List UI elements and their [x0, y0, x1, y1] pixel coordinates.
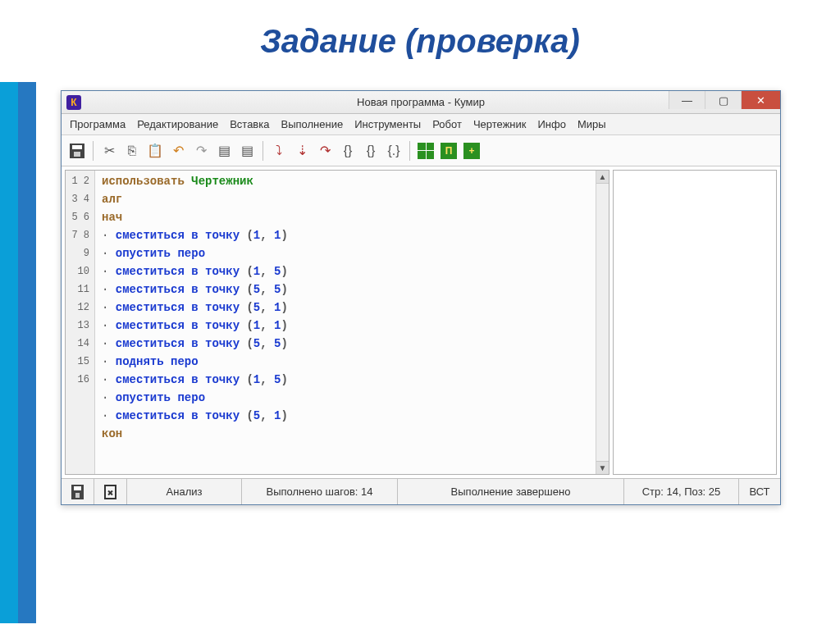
window-controls: — ▢ ✕	[669, 91, 780, 109]
titlebar: К Новая программа - Кумир — ▢ ✕	[62, 91, 780, 114]
app-window: К Новая программа - Кумир — ▢ ✕ Программ…	[61, 90, 781, 505]
pi-block-icon[interactable]: П	[438, 140, 459, 162]
status-steps: Выполнено шагов: 14	[242, 479, 398, 504]
side-panel	[613, 170, 777, 475]
main-area: 1 2 3 4 5 6 7 8 9 10 11 12 13 14 15 16 и…	[62, 166, 780, 478]
doc1-icon[interactable]: ▤	[213, 140, 235, 162]
code-content[interactable]: использовать Чертежник алг нач · сместит…	[95, 171, 609, 474]
menu-tools[interactable]: Инструменты	[351, 116, 424, 132]
redo-icon[interactable]: ↷	[190, 140, 212, 162]
menu-edit[interactable]: Редактирование	[134, 116, 221, 132]
save-icon[interactable]	[66, 140, 88, 162]
undo-icon[interactable]: ↶	[167, 140, 189, 162]
toolbar: ✂ ⎘ 📋 ↶ ↷ ▤ ▤ ⤵ ⇣ ↷ {} {} {.} П +	[62, 135, 780, 166]
run-step-icon[interactable]: ↷	[314, 140, 336, 162]
scroll-down-icon[interactable]: ▼	[596, 461, 609, 474]
doc2-icon[interactable]: ▤	[236, 140, 258, 162]
grid-icon[interactable]	[415, 140, 436, 162]
separator	[93, 141, 94, 161]
braces2-icon[interactable]: {}	[360, 140, 381, 162]
code-editor[interactable]: 1 2 3 4 5 6 7 8 9 10 11 12 13 14 15 16 и…	[65, 170, 609, 475]
step-over-icon[interactable]: ⇣	[291, 140, 313, 162]
copy-icon[interactable]: ⎘	[121, 140, 143, 162]
braces1-icon[interactable]: {}	[337, 140, 358, 162]
slide-accent-bar	[0, 82, 36, 623]
window-title: Новая программа - Кумир	[357, 96, 485, 108]
menubar: Программа Редактирование Вставка Выполне…	[62, 114, 780, 135]
separator	[409, 141, 410, 161]
scroll-up-icon[interactable]: ▲	[596, 171, 609, 184]
separator	[262, 141, 263, 161]
maximize-button[interactable]: ▢	[705, 91, 741, 109]
status-state: Выполнение завершено	[398, 479, 624, 504]
paste-icon[interactable]: 📋	[144, 140, 166, 162]
menu-program[interactable]: Программа	[66, 116, 129, 132]
menu-draftsman[interactable]: Чертежник	[470, 116, 530, 132]
menu-insert[interactable]: Вставка	[226, 116, 272, 132]
minimize-button[interactable]: —	[669, 91, 705, 109]
menu-info[interactable]: Инфо	[534, 116, 568, 132]
menu-robot[interactable]: Робот	[429, 116, 465, 132]
status-cursor-pos: Стр: 14, Поз: 25	[624, 479, 739, 504]
braces3-icon[interactable]: {.}	[383, 140, 404, 162]
cut-icon[interactable]: ✂	[98, 140, 120, 162]
plus-block-icon[interactable]: +	[461, 140, 482, 162]
vertical-scrollbar[interactable]: ▲ ▼	[596, 171, 609, 474]
statusbar: Анализ Выполнено шагов: 14 Выполнение за…	[62, 478, 780, 504]
step-into-icon[interactable]: ⤵	[268, 140, 290, 162]
menu-worlds[interactable]: Миры	[574, 116, 609, 132]
status-analysis: Анализ	[127, 479, 242, 504]
app-icon: К	[66, 95, 81, 110]
menu-run[interactable]: Выполнение	[277, 116, 346, 132]
close-button[interactable]: ✕	[741, 91, 780, 109]
slide-title: Задание (проверка)	[0, 0, 840, 68]
status-cancel-icon[interactable]	[94, 479, 127, 504]
line-gutter: 1 2 3 4 5 6 7 8 9 10 11 12 13 14 15 16	[66, 171, 95, 474]
status-save-icon[interactable]	[62, 479, 94, 504]
status-mode: ВСТ	[739, 479, 780, 504]
